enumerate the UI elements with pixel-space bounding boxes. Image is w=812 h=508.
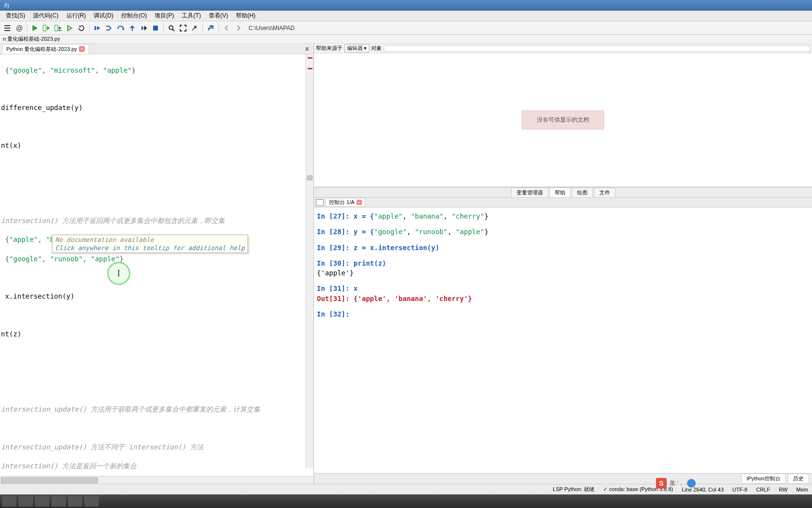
titlebar: .8) — [0, 0, 812, 11]
vscroll-thumb[interactable] — [307, 175, 312, 180]
debug-into-icon[interactable] — [104, 23, 114, 33]
toolbar-sep — [27, 24, 27, 32]
search-icon[interactable] — [166, 23, 177, 33]
debug-step-icon[interactable] — [92, 23, 103, 33]
close-icon[interactable]: × — [357, 200, 362, 205]
menu-tools[interactable]: 工具(T) — [178, 11, 204, 21]
svg-marker-7 — [68, 26, 72, 31]
back-icon[interactable] — [221, 23, 232, 33]
menu-icon[interactable] — [2, 23, 13, 33]
bottom-tabs: IPython控制台 历史 — [314, 473, 812, 484]
menu-console[interactable]: 控制台(O) — [117, 11, 151, 21]
tab-history[interactable]: 历史 — [788, 474, 809, 484]
run-cell-icon[interactable] — [41, 23, 52, 33]
taskbar-item[interactable] — [51, 496, 66, 507]
help-obj-label: 对象 — [371, 45, 382, 52]
debug-out-icon[interactable] — [127, 23, 138, 33]
tab-variable-explorer[interactable]: 变量管理器 — [511, 188, 548, 198]
code-editor[interactable]: {"google", "microsoft", "apple"} differe… — [0, 54, 313, 476]
main: Python 量化编程基础-2023.py × ≡ {"google", "mi… — [0, 44, 812, 484]
menu-help[interactable]: 帮助(H) — [232, 11, 260, 21]
taskbar-item[interactable] — [18, 496, 33, 507]
tab-files[interactable]: 文件 — [594, 188, 615, 198]
help-source-combo[interactable]: 编辑器 ▾ — [344, 44, 369, 52]
tooltip-line1: No documentation available — [55, 236, 245, 243]
svg-rect-9 — [94, 26, 96, 30]
svg-marker-3 — [47, 26, 50, 30]
svg-rect-4 — [55, 25, 58, 31]
ime-lang: 英 ‘， — [670, 479, 684, 488]
close-icon[interactable]: × — [79, 46, 85, 52]
python-icon[interactable] — [205, 23, 216, 33]
ime-icon: S — [656, 478, 667, 489]
editor-wrap: {"google", "microsoft", "apple"} differe… — [0, 54, 313, 476]
svg-marker-8 — [79, 26, 81, 28]
editor-tab-label: Python 量化编程基础-2023.py — [6, 46, 77, 53]
menu-find[interactable]: 查找(S) — [2, 11, 29, 21]
toolbar-sep — [89, 24, 90, 32]
menu-run[interactable]: 运行(R) — [62, 11, 90, 21]
restart-icon[interactable] — [76, 23, 87, 33]
svg-point-15 — [169, 26, 173, 30]
cursor-highlight: I — [107, 262, 130, 285]
debug-continue-icon[interactable] — [139, 23, 149, 33]
maximize-icon[interactable] — [178, 23, 188, 33]
mid-tabs: 变量管理器 帮助 绘图 文件 — [314, 187, 812, 198]
hscroll-thumb[interactable] — [1, 477, 98, 483]
help-src-label: 帮助来源于 — [316, 45, 343, 52]
new-console-icon[interactable] — [316, 199, 324, 206]
breadcrumb: n 量化编程基础-2023.py — [0, 35, 812, 44]
editor-tabs: Python 量化编程基础-2023.py × ≡ — [0, 44, 313, 54]
editor-panel: Python 量化编程基础-2023.py × ≡ {"google", "mi… — [0, 44, 314, 484]
editor-vscroll[interactable] — [306, 54, 313, 468]
console-tab-label: 控制台 1/A — [329, 199, 355, 206]
editor-tab[interactable]: Python 量化编程基础-2023.py × — [2, 44, 89, 54]
svg-marker-5 — [59, 26, 62, 30]
tab-plots[interactable]: 绘图 — [572, 188, 593, 198]
status-encoding[interactable]: UTF-8 — [733, 487, 748, 492]
debug-over-icon[interactable] — [115, 23, 126, 33]
menu-source[interactable]: 源代码(C) — [29, 11, 62, 21]
stop-icon[interactable] — [150, 23, 161, 33]
status-lsp[interactable]: LSP Python: 就绪 — [553, 486, 594, 493]
menu-debug[interactable]: 调试(D) — [90, 11, 117, 21]
console-tab[interactable]: 控制台 1/A × — [326, 198, 365, 207]
titlebar-text: .8) — [3, 2, 9, 8]
breadcrumb-text[interactable]: n 量化编程基础-2023.py — [3, 35, 60, 43]
status-rw: RW — [779, 487, 787, 492]
taskbar-item[interactable] — [84, 496, 99, 507]
toolbar-sep — [219, 24, 219, 32]
run-cell-advance-icon[interactable] — [53, 23, 63, 33]
at-icon[interactable]: @ — [14, 23, 24, 33]
run-selection-icon[interactable] — [64, 23, 75, 33]
help-area: 没有可供显示的文档 — [314, 53, 812, 187]
svg-line-16 — [172, 29, 174, 31]
ime-badge[interactable]: S 英 ‘， — [656, 478, 696, 489]
forward-icon[interactable] — [233, 23, 244, 33]
run-icon[interactable] — [30, 23, 40, 33]
tab-ipython-console[interactable]: IPython控制台 — [741, 474, 786, 484]
status-eol[interactable]: CRLF — [756, 487, 770, 492]
menu-project[interactable]: 项目(P) — [151, 11, 178, 21]
taskbar-item[interactable] — [2, 496, 16, 507]
menu-view[interactable]: 查看(V) — [205, 11, 232, 21]
scroll-marker — [308, 68, 312, 69]
editor-hscroll[interactable] — [0, 476, 313, 484]
tab-help[interactable]: 帮助 — [549, 188, 571, 198]
options-icon[interactable]: ≡ — [302, 45, 312, 53]
ipython-console[interactable]: In [27]: x = {"apple", "banana", "cherry… — [314, 207, 812, 473]
svg-rect-6 — [59, 30, 62, 31]
scroll-marker — [308, 57, 312, 59]
tooltip[interactable]: No documentation available Click anywher… — [52, 235, 248, 253]
svg-marker-13 — [144, 26, 147, 31]
toolbar-path: C:\Users\MIAPAD — [245, 25, 810, 32]
taskbar-item[interactable] — [68, 496, 82, 507]
taskbar-item[interactable] — [35, 496, 49, 507]
status-mem: Mem — [796, 487, 808, 492]
svg-point-17 — [209, 26, 210, 27]
help-object-input[interactable] — [384, 45, 810, 52]
wrench-icon[interactable] — [189, 23, 200, 33]
svg-rect-14 — [153, 26, 158, 31]
toolbar-sep — [203, 24, 203, 32]
smile-icon[interactable] — [687, 479, 696, 488]
